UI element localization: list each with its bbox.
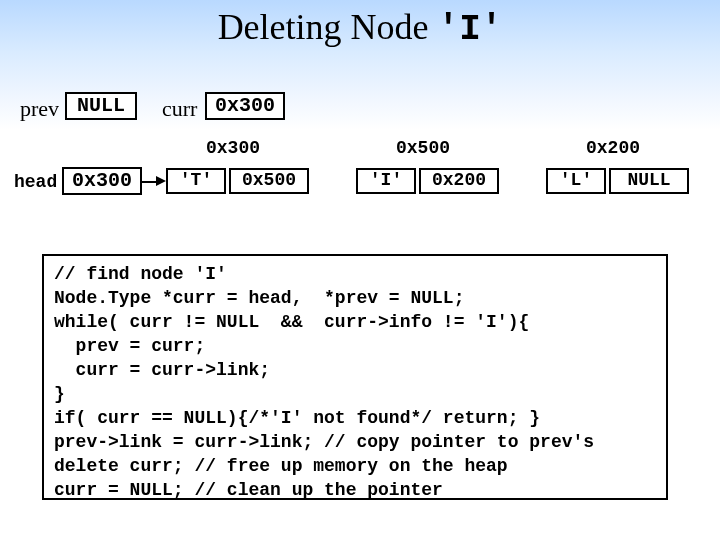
prev-value: NULL — [77, 94, 125, 117]
title-text-mono: 'I' — [438, 9, 503, 50]
node-addr-1: 0x500 — [353, 138, 493, 158]
prev-box: NULL — [65, 92, 137, 120]
prev-label: prev — [20, 96, 59, 122]
head-value: 0x300 — [72, 169, 132, 192]
curr-label: curr — [162, 96, 197, 122]
node-0-link: 0x500 — [229, 168, 309, 194]
node-0: 'T' 0x500 — [166, 167, 307, 194]
node-1-info: 'I' — [356, 168, 416, 194]
head-label: head — [14, 172, 57, 192]
node-2: 'L' NULL — [546, 167, 687, 194]
slide-title: Deleting Node 'I' — [0, 6, 720, 50]
node-addr-0: 0x300 — [163, 138, 303, 158]
head-arrow-head — [156, 176, 166, 186]
node-0-info: 'T' — [166, 168, 226, 194]
code-block: // find node 'I' Node.Type *curr = head,… — [42, 254, 668, 500]
node-2-info: 'L' — [546, 168, 606, 194]
node-1-link: 0x200 — [419, 168, 499, 194]
node-addr-2: 0x200 — [543, 138, 683, 158]
curr-box: 0x300 — [205, 92, 285, 120]
node-1: 'I' 0x200 — [356, 167, 497, 194]
title-text-serif: Deleting Node — [218, 7, 438, 47]
curr-value: 0x300 — [215, 94, 275, 117]
node-2-link: NULL — [609, 168, 689, 194]
head-box: 0x300 — [62, 167, 142, 195]
